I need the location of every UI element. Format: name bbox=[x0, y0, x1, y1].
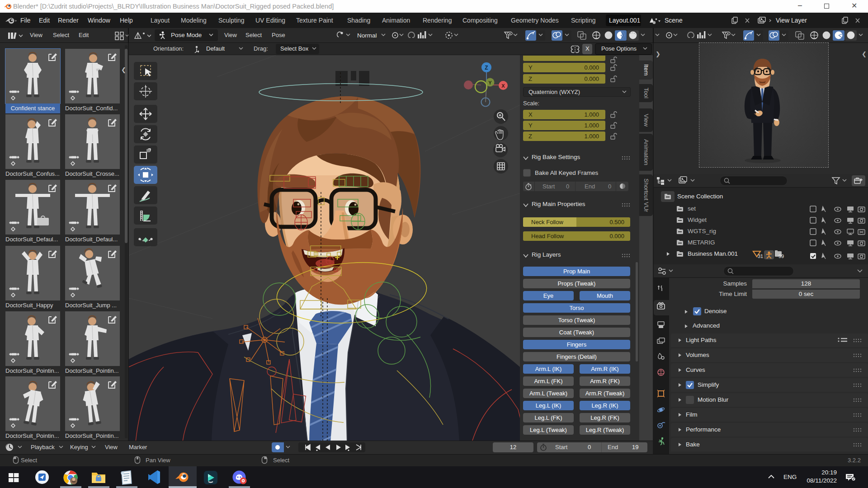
svg-text:31: 31 bbox=[758, 253, 763, 259]
svg-text:Y: Y bbox=[488, 80, 492, 85]
svg-text:Normal: Normal bbox=[357, 32, 377, 39]
svg-text:X: X bbox=[501, 83, 505, 89]
svg-text:99: 99 bbox=[778, 253, 784, 259]
svg-text:Z: Z bbox=[485, 65, 488, 71]
